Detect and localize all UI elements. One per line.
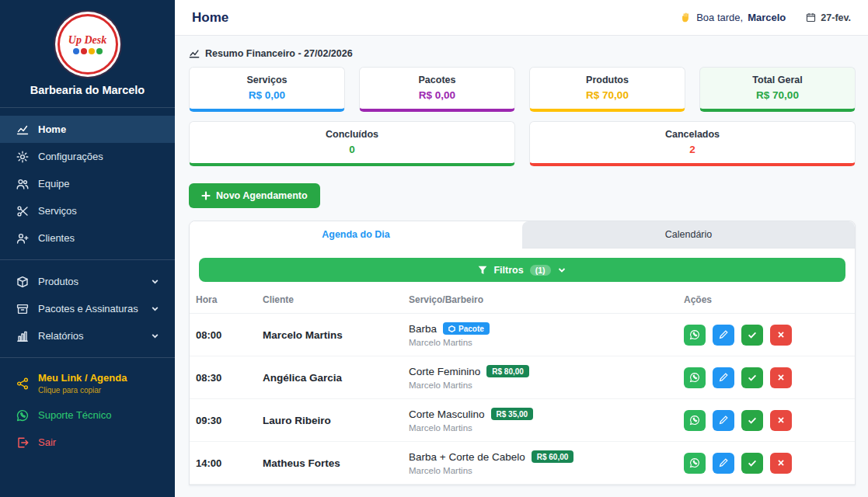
x-icon xyxy=(776,329,786,340)
chevron-down-icon xyxy=(557,266,566,275)
filters-label: Filtros xyxy=(493,265,523,276)
barber-name: Marcelo Martins xyxy=(409,381,671,390)
waving-hand-icon xyxy=(680,12,692,23)
tab-agenda-do-dia[interactable]: Agenda do Dia xyxy=(190,221,522,248)
sidebar-item-home[interactable]: Home xyxy=(0,116,175,143)
sidebar-item-clientes[interactable]: Clientes xyxy=(0,224,175,252)
sidebar-item-configuracoes[interactable]: Configurações xyxy=(0,143,175,170)
sidebar-item-sair[interactable]: Sair xyxy=(0,429,175,456)
service-name: Corte Feminino R$ 80,00 xyxy=(409,365,671,377)
client-name: Marcelo Martins xyxy=(263,329,343,341)
sidebar-item-produtos[interactable]: Produtos xyxy=(0,268,175,295)
scissors-icon xyxy=(16,204,29,217)
price-badge: R$ 80,00 xyxy=(486,365,529,377)
edit-icon xyxy=(718,329,729,340)
share-icon xyxy=(16,377,29,391)
check-icon xyxy=(747,457,758,468)
whatsapp-button[interactable] xyxy=(684,453,706,474)
confirm-button[interactable] xyxy=(741,410,763,431)
edit-icon xyxy=(718,415,729,426)
whatsapp-button[interactable] xyxy=(684,410,706,431)
status-cards-row: Concluídos 0 Cancelados 2 xyxy=(189,121,856,166)
confirm-button[interactable] xyxy=(741,367,763,388)
sidebar-item-label: Equipe xyxy=(38,178,69,189)
confirm-button[interactable] xyxy=(741,325,763,346)
column-header-acoes: Ações xyxy=(678,287,855,314)
business-name: Barbearia do Marcelo xyxy=(6,84,169,96)
sidebar-item-label: Clientes xyxy=(38,232,75,244)
sidebar-item-suporte[interactable]: Suporte Técnico xyxy=(0,401,175,429)
new-appointment-button[interactable]: Novo Agendamento xyxy=(189,183,320,208)
greeting-prefix: Boa tarde, xyxy=(696,12,743,23)
column-header-cliente: Cliente xyxy=(256,287,403,314)
card-produtos: Produtos R$ 70,00 xyxy=(529,67,685,112)
x-icon xyxy=(776,457,786,468)
edit-button[interactable] xyxy=(713,410,734,431)
package-icon xyxy=(16,302,29,315)
table-row: 08:00 Marcelo Martins Barba Pacote xyxy=(190,314,855,356)
filters-bar[interactable]: Filtros (1) xyxy=(199,258,845,282)
edit-button[interactable] xyxy=(713,367,734,388)
agenda-table: Hora Cliente Serviço/Barbeiro Ações 08:0… xyxy=(190,287,855,485)
whatsapp-button[interactable] xyxy=(684,367,706,388)
sidebar-item-relatorios[interactable]: Relatórios xyxy=(0,322,175,349)
cancel-button[interactable] xyxy=(770,367,792,388)
chevron-down-icon xyxy=(151,277,159,286)
content: Resumo Financeiro - 27/02/2026 Serviços … xyxy=(175,36,868,497)
tag-icon xyxy=(448,325,455,332)
appointment-time: 08:00 xyxy=(196,329,221,341)
x-icon xyxy=(776,372,786,383)
cancel-button[interactable] xyxy=(770,453,792,474)
logo-mascots xyxy=(73,48,103,54)
cancel-button[interactable] xyxy=(770,325,792,346)
confirm-button[interactable] xyxy=(741,453,763,474)
whatsapp-button[interactable] xyxy=(684,325,706,346)
check-icon xyxy=(747,415,758,426)
card-cancelados: Cancelados 2 xyxy=(529,121,856,166)
table-row: 08:30 Angélica Garcia Corte Feminino R$ … xyxy=(190,356,855,399)
summary-cards-row: Serviços R$ 0,00 Pacotes R$ 0,00 Produto… xyxy=(189,67,856,112)
edit-icon xyxy=(718,457,729,468)
user-plus-icon xyxy=(16,231,29,245)
edit-button[interactable] xyxy=(713,325,734,346)
check-icon xyxy=(747,329,758,340)
sidebar-item-label: Home xyxy=(38,123,66,135)
check-icon xyxy=(747,372,758,383)
edit-button[interactable] xyxy=(713,453,734,474)
users-icon xyxy=(16,177,29,190)
whatsapp-icon xyxy=(689,372,700,383)
filter-icon xyxy=(478,266,487,275)
divider xyxy=(0,357,175,358)
chevron-down-icon xyxy=(151,332,159,340)
sidebar-item-label: Suporte Técnico xyxy=(38,409,111,421)
card-servicos: Serviços R$ 0,00 xyxy=(189,67,345,112)
greeting: Boa tarde, Marcelo xyxy=(680,12,786,23)
logout-icon xyxy=(16,436,29,449)
app-window: Up Desk Barbearia do Marcelo Home Config… xyxy=(0,0,868,497)
appointment-time: 08:30 xyxy=(196,372,221,384)
table-row: 09:30 Lauro Ribeiro Corte Masculino R$ 3… xyxy=(190,399,855,442)
barber-name: Marcelo Martins xyxy=(409,466,671,475)
logo-text: Up Desk xyxy=(68,34,106,47)
sidebar-item-meu-link[interactable]: Meu Link / Agenda Clique para copiar xyxy=(0,366,175,401)
page-title: Home xyxy=(192,10,228,26)
financial-summary-title: Resumo Financeiro - 27/02/2026 xyxy=(189,48,856,59)
greeting-name: Marcelo xyxy=(748,12,786,23)
sidebar-item-pacotes[interactable]: Pacotes e Assinaturas xyxy=(0,295,175,322)
bar-chart-icon xyxy=(16,329,29,342)
service-name: Corte Masculino R$ 35,00 xyxy=(409,408,671,420)
chevron-down-icon xyxy=(151,304,159,313)
sidebar-item-equipe[interactable]: Equipe xyxy=(0,170,175,197)
topbar: Home Boa tarde, Marcelo 27-fev. xyxy=(175,0,868,36)
chart-line-icon xyxy=(16,123,29,136)
agenda-tabs: Agenda do Dia Calendário xyxy=(190,221,855,248)
cancel-button[interactable] xyxy=(770,410,792,431)
appointment-time: 14:00 xyxy=(196,457,221,469)
tab-calendario[interactable]: Calendário xyxy=(522,221,855,248)
sidebar-item-servicos[interactable]: Serviços xyxy=(0,197,175,224)
barber-name: Marcelo Martins xyxy=(409,338,671,347)
sidebar-item-label: Produtos xyxy=(38,276,78,287)
calendar-icon xyxy=(806,12,816,23)
sidebar-item-label: Serviços xyxy=(38,205,77,217)
plus-icon xyxy=(201,191,211,200)
